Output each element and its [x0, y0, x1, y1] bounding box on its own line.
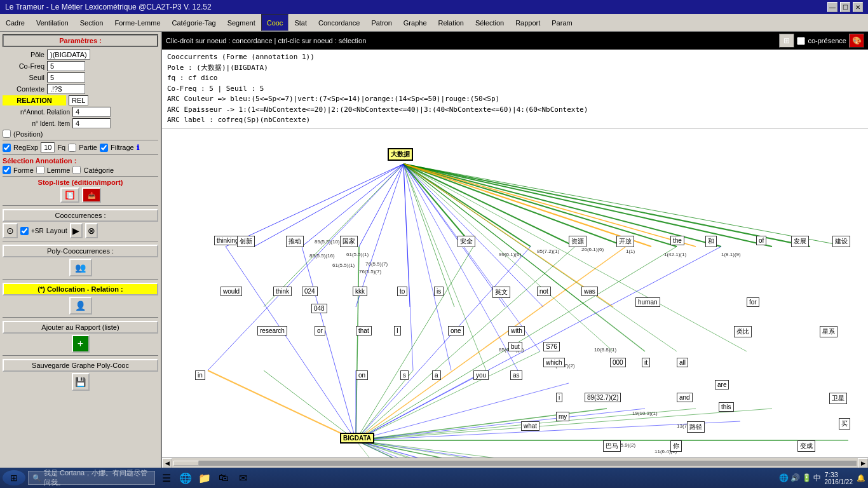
partie-checkbox[interactable]	[68, 144, 76, 152]
node-he[interactable]: 和	[705, 236, 717, 247]
menu-ventilation[interactable]: Ventilation	[31, 14, 74, 31]
menu-stat[interactable]: Stat	[288, 14, 313, 31]
menu-categorie-tag[interactable]: Catégorie-Tag	[166, 14, 222, 31]
node-human[interactable]: human	[635, 297, 660, 307]
explorer-icon[interactable]: 📁	[196, 469, 214, 487]
start-button[interactable]: ⊞	[3, 470, 25, 485]
node-not[interactable]: not	[537, 287, 551, 296]
menu-forme-lemme[interactable]: Forme-Lemme	[109, 14, 166, 31]
horizontal-scrollbar[interactable]: ◀ ▶	[162, 458, 868, 468]
node-and[interactable]: and	[677, 393, 693, 402]
node-on[interactable]: on	[356, 370, 368, 380]
fq-value[interactable]: 10	[41, 142, 55, 152]
filtrage-checkbox[interactable]	[100, 144, 108, 152]
node-guojia[interactable]: 国家	[340, 236, 358, 247]
ajouter-rapport-button[interactable]: Ajouter au Rapport (liste)	[3, 321, 158, 334]
store-icon[interactable]: 🛍	[215, 469, 233, 487]
node-kaifang[interactable]: 开放	[616, 236, 634, 247]
menu-param[interactable]: Param	[546, 14, 578, 31]
node-I[interactable]: I	[394, 326, 401, 336]
node-yingwen[interactable]: 英文	[492, 287, 510, 298]
layout-stop-button[interactable]: ⊗	[85, 223, 98, 238]
minimize-button[interactable]: —	[827, 2, 837, 12]
node-you[interactable]: you	[473, 370, 489, 380]
node-lujing[interactable]: 路径	[687, 421, 705, 433]
notifications-icon[interactable]: 🔔	[857, 474, 865, 482]
menu-rapport[interactable]: Rapport	[510, 14, 546, 31]
window-controls[interactable]: — ☐ ✕	[827, 2, 863, 12]
node-xinxi[interactable]: 星系	[820, 326, 837, 337]
edge-icon[interactable]: 🌐	[177, 469, 194, 487]
node-in[interactable]: in	[195, 370, 205, 380]
save-icon-button[interactable]: 💾	[72, 373, 90, 391]
cortana-search[interactable]: 🔍 我是 Cortana，小娜。有问题尽管问我。	[28, 471, 155, 485]
scroll-right-arrow[interactable]: ▶	[858, 458, 868, 468]
node-i[interactable]: i	[556, 393, 562, 402]
lang-icon[interactable]: 中	[813, 473, 821, 484]
ident-item-value[interactable]: 4	[72, 118, 111, 128]
node-it[interactable]: it	[642, 358, 650, 367]
node-is[interactable]: is	[434, 287, 444, 296]
node-research[interactable]: research	[257, 326, 287, 336]
poly-cooccurrences-button[interactable]: Poly-Cooccurrences :	[3, 245, 158, 257]
clock[interactable]: 7:33 2016/1/22	[825, 471, 853, 485]
node-this[interactable]: this	[719, 402, 734, 412]
node-would[interactable]: would	[220, 287, 242, 296]
relation-value[interactable]: REL	[69, 95, 88, 105]
scroll-track[interactable]	[173, 461, 857, 466]
node-a[interactable]: a	[432, 370, 441, 380]
scroll-left-arrow[interactable]: ◀	[162, 458, 172, 468]
node-as[interactable]: as	[510, 370, 522, 380]
collocation-relation-button[interactable]: (*) Collocation - Relation :	[3, 283, 158, 295]
node-all[interactable]: all	[677, 358, 688, 367]
node-biancheng[interactable]: 变成	[797, 440, 815, 452]
sauvegarde-button[interactable]: Sauvegarde Graphe Poly-Cooc	[3, 359, 158, 372]
cofreq-value[interactable]: 5	[47, 61, 85, 71]
layout-play-button[interactable]: ▶	[70, 223, 83, 238]
node-the[interactable]: the	[670, 236, 684, 245]
network-icon[interactable]: 🌐	[779, 473, 789, 482]
node-my[interactable]: my	[556, 412, 569, 421]
menu-cadre[interactable]: Cadre	[0, 14, 31, 31]
volume-icon[interactable]: 🔊	[790, 473, 800, 482]
pole-node[interactable]: 大数据	[388, 148, 413, 161]
info-icon[interactable]: ℹ	[137, 144, 139, 152]
node-that[interactable]: that	[356, 326, 372, 336]
node-89[interactable]: 89(32.7)(2)	[585, 393, 621, 402]
close-button[interactable]: ✕	[853, 2, 863, 12]
node-jianshe[interactable]: 建设	[832, 236, 850, 247]
mail-icon[interactable]: ✉	[234, 469, 252, 487]
node-weixing[interactable]: 卫星	[829, 393, 847, 404]
stop-liste-import-button[interactable]: 📥	[82, 187, 101, 203]
menu-segment[interactable]: Segment	[222, 14, 261, 31]
pole-value[interactable]: )(BIGDATA)	[47, 50, 90, 60]
node-000[interactable]: 000	[610, 358, 626, 367]
node-ziyuan[interactable]: 资源	[569, 236, 587, 247]
lemme-checkbox[interactable]	[36, 166, 44, 174]
node-was[interactable]: was	[581, 287, 598, 296]
sr-checkbox[interactable]	[20, 227, 29, 235]
node-kkk[interactable]: kkk	[353, 287, 367, 296]
copresence-checkbox[interactable]	[797, 37, 805, 45]
menu-relation[interactable]: Relation	[433, 14, 470, 31]
node-are[interactable]: are	[715, 380, 729, 390]
taskview-button[interactable]: ☰	[158, 469, 175, 487]
node-tuidong[interactable]: 推动	[286, 236, 304, 247]
menu-patron[interactable]: Patron	[365, 14, 397, 31]
node-bama[interactable]: 巴马	[603, 440, 621, 452]
cooccurrences-button[interactable]: Cooccurrences :	[3, 209, 158, 222]
position-checkbox[interactable]	[3, 130, 11, 138]
node-mai[interactable]: 买	[839, 418, 850, 430]
node-024[interactable]: 024	[302, 287, 318, 296]
node-but[interactable]: but	[508, 342, 522, 351]
node-bijiao[interactable]: 类比	[734, 326, 752, 337]
node-one[interactable]: one	[448, 326, 464, 336]
node-what[interactable]: what	[521, 421, 539, 431]
node-S76[interactable]: S76	[543, 342, 560, 351]
forme-checkbox[interactable]	[3, 166, 11, 174]
seuil-value[interactable]: 5	[47, 72, 85, 83]
poly-cooc-view-button[interactable]: 👥	[69, 259, 92, 276]
stop-liste-edit-button[interactable]: 📄	[60, 187, 79, 203]
add-list-button[interactable]: +	[72, 335, 90, 353]
scroll-thumb[interactable]	[173, 461, 199, 466]
